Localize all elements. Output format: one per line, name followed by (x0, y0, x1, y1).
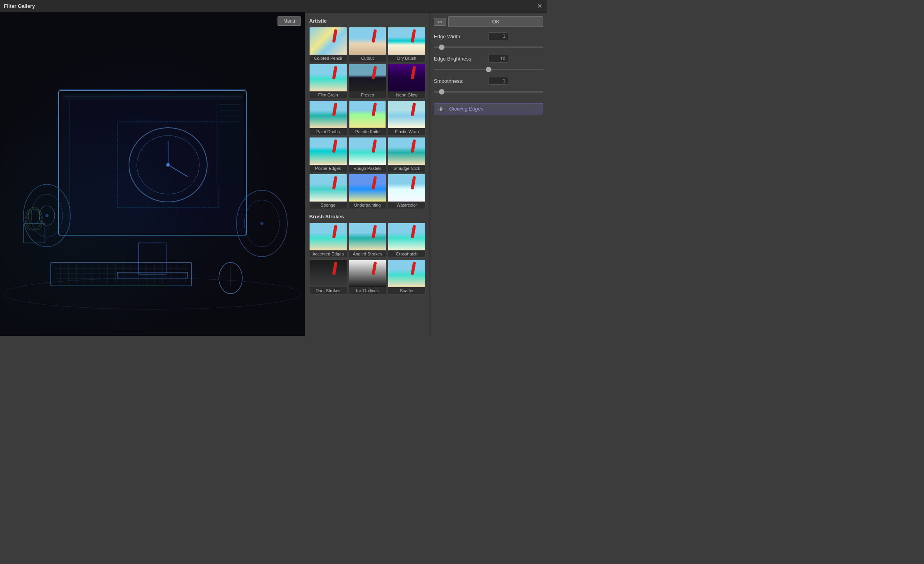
filter-thumb-inner-poster-edges (310, 137, 347, 165)
filter-label-cutout: Cutout (349, 55, 386, 62)
filter-label-ink-outlines: Ink Outlines (349, 287, 386, 294)
ok-button[interactable]: OK (448, 16, 543, 27)
filter-item-underpainting[interactable]: Underpainting (349, 174, 387, 209)
filter-thumb-colored-pencil (310, 27, 347, 55)
filter-thumb-inner-sponge (310, 174, 347, 202)
filter-label-film-grain: Film Grain (310, 91, 347, 98)
expand-button[interactable]: >> (434, 18, 446, 26)
window-title: Filter Gallery (4, 3, 35, 9)
filter-label-dry-brush: Dry Brush (388, 55, 425, 62)
filter-thumb-inner-film-grain (310, 64, 347, 91)
active-filter-display: Glowing Edges (434, 103, 543, 114)
filter-thumb-angled-strokes (349, 223, 386, 250)
edge-width-row: Edge Width: 1 (434, 32, 543, 40)
filter-item-watercolor[interactable]: Watercolor (388, 174, 426, 209)
filter-thumb-cutout (349, 27, 386, 55)
filter-thumb-inner-ink-outlines (349, 260, 386, 287)
filter-label-sponge: Sponge (310, 202, 347, 209)
filter-item-accented-edges[interactable]: Accented Edges (309, 223, 347, 258)
filter-grid-brush-strokes: Accented EdgesAngled StrokesCrosshatchDa… (309, 223, 426, 294)
filter-thumb-inner-colored-pencil (310, 27, 347, 55)
filter-label-accented-edges: Accented Edges (310, 250, 347, 257)
filter-item-neon-glow[interactable]: Neon Glow (388, 64, 426, 99)
filter-label-rough-pastels: Rough Pastels (349, 165, 386, 172)
filter-thumb-inner-angled-strokes (349, 223, 386, 250)
category-title-artistic: Artistic (309, 18, 426, 24)
edge-brightness-slider[interactable] (434, 69, 543, 70)
edge-brightness-slider-row (434, 66, 543, 71)
filter-thumb-palette-knife (349, 101, 386, 128)
filter-thumb-spatter (388, 260, 425, 287)
filter-thumb-neon-glow (388, 64, 425, 91)
menu-button-container: Menu (278, 16, 301, 26)
filter-item-plastic-wrap[interactable]: Plastic Wrap (388, 100, 426, 136)
settings-panel: >> OK Edge Width: 1 Edge Brightness: 10 … (430, 12, 547, 336)
edge-width-value: 1 (489, 32, 508, 40)
menu-button[interactable]: Menu (278, 16, 301, 26)
filter-label-plastic-wrap: Plastic Wrap (388, 128, 425, 135)
filter-label-colored-pencil: Colored Pencil (310, 55, 347, 62)
filter-thumb-inner-dark-strokes (310, 260, 347, 287)
filter-item-spatter[interactable]: Spatter (388, 259, 426, 294)
filter-item-fresco[interactable]: Fresco (349, 64, 387, 99)
filter-thumb-inner-palette-knife (349, 101, 386, 128)
filter-label-crosshatch: Crosshatch (388, 250, 425, 257)
filter-item-crosshatch[interactable]: Crosshatch (388, 223, 426, 258)
filter-item-smudge-stick[interactable]: Smudge Stick (388, 137, 426, 172)
edge-width-slider[interactable] (434, 46, 543, 48)
filter-label-smudge-stick: Smudge Stick (388, 165, 425, 172)
active-filter-name: Glowing Edges (449, 106, 483, 112)
filter-thumb-inner-cutout (349, 27, 386, 55)
filter-label-fresco: Fresco (349, 91, 386, 98)
filter-grid-artistic: Colored PencilCutoutDry BrushFilm GrainF… (309, 27, 426, 209)
filter-label-dark-strokes: Dark Strokes (310, 287, 347, 294)
filter-thumb-inner-rough-pastels (349, 137, 386, 165)
filter-item-dry-brush[interactable]: Dry Brush (388, 27, 426, 62)
filter-label-paint-daubs: Paint Daubs (310, 128, 347, 135)
filter-item-cutout[interactable]: Cutout (349, 27, 387, 62)
close-button[interactable]: ✕ (535, 2, 543, 10)
filter-thumb-inner-fresco (349, 64, 386, 91)
filter-thumb-film-grain (310, 64, 347, 91)
filter-thumb-crosshatch (388, 223, 425, 250)
glow-overlay (0, 12, 305, 336)
filter-label-watercolor: Watercolor (388, 202, 425, 209)
filter-item-film-grain[interactable]: Film Grain (309, 64, 347, 99)
category-title-brush-strokes: Brush Strokes (309, 214, 426, 220)
filter-thumb-paint-daubs (310, 101, 347, 128)
filter-thumb-inner-accented-edges (310, 223, 347, 250)
filter-item-palette-knife[interactable]: Palette Knife (349, 100, 387, 136)
filter-thumb-plastic-wrap (388, 101, 425, 128)
filter-thumb-inner-smudge-stick (388, 137, 425, 165)
filter-item-colored-pencil[interactable]: Colored Pencil (309, 27, 347, 62)
filter-item-paint-daubs[interactable]: Paint Daubs (309, 100, 347, 136)
filter-thumb-inner-underpainting (349, 174, 386, 202)
main-container: Menu (0, 12, 547, 336)
filter-thumb-watercolor (388, 174, 425, 202)
filter-thumb-rough-pastels (349, 137, 386, 165)
filter-label-neon-glow: Neon Glow (388, 91, 425, 98)
preview-image (0, 12, 305, 336)
filter-thumb-inner-watercolor (388, 174, 425, 202)
filter-item-poster-edges[interactable]: Poster Edges (309, 137, 347, 172)
filter-thumb-poster-edges (310, 137, 347, 165)
edge-width-label: Edge Width: (434, 34, 489, 39)
smoothness-label: Smoothness: (434, 78, 489, 84)
filter-item-angled-strokes[interactable]: Angled Strokes (349, 223, 387, 258)
smoothness-slider[interactable] (434, 91, 543, 93)
filter-thumb-inner-paint-daubs (310, 101, 347, 128)
filter-thumb-fresco (349, 64, 386, 91)
filter-item-rough-pastels[interactable]: Rough Pastels (349, 137, 387, 172)
filter-item-dark-strokes[interactable]: Dark Strokes (309, 259, 347, 294)
eye-icon[interactable] (438, 106, 446, 112)
edge-brightness-label: Edge Brightness: (434, 56, 489, 62)
filter-panel[interactable]: ArtisticColored PencilCutoutDry BrushFil… (305, 12, 430, 336)
smoothness-row: Smoothness: 1 (434, 77, 543, 85)
edge-brightness-value: 10 (489, 55, 508, 62)
filter-thumb-inner-crosshatch (388, 223, 425, 250)
filter-label-angled-strokes: Angled Strokes (349, 250, 386, 257)
filter-thumb-inner-dry-brush (388, 27, 425, 55)
edge-width-slider-row (434, 43, 543, 49)
filter-item-ink-outlines[interactable]: Ink Outlines (349, 259, 387, 294)
filter-item-sponge[interactable]: Sponge (309, 174, 347, 209)
